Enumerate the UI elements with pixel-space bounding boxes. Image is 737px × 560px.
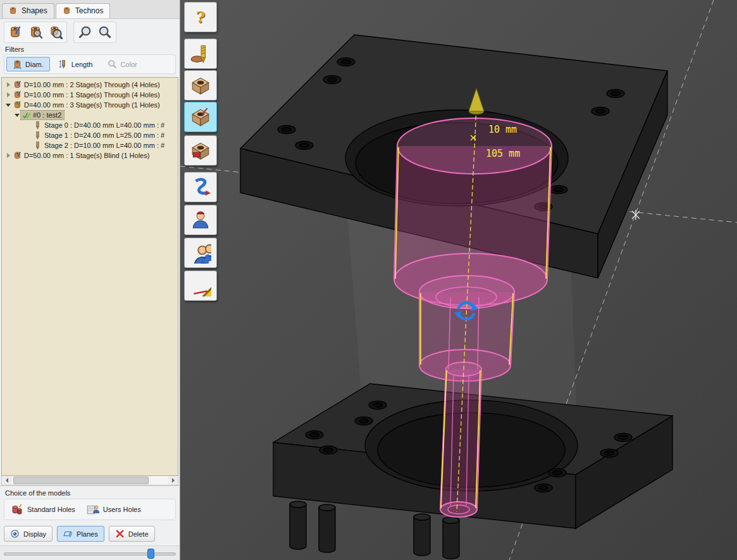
tab-technos[interactable]: Technos [56, 3, 111, 18]
hole-search-button[interactable] [26, 23, 45, 41]
delete-button[interactable]: Delete [109, 526, 155, 542]
stage-icon [33, 121, 42, 130]
scroll-right-arrow-icon[interactable] [168, 476, 178, 485]
tab-shapes-label: Shapes [22, 6, 47, 15]
stage-icon [33, 131, 42, 140]
tree-item-label: Stage 2 : D=10.00 mm L=40.00 mm : # [43, 142, 164, 149]
expander-icon[interactable] [4, 101, 12, 109]
user-icon [190, 209, 211, 231]
viewport-toolbar: ? [184, 0, 217, 301]
tree-item-label: Stage 0 : D=40.00 mm L=40.00 mm : # [43, 121, 164, 129]
expander-icon[interactable] [4, 81, 12, 88]
tree-item-label: D=10.00 mm : 2 Stage(s) Through (4 Holes… [23, 81, 160, 88]
question-icon: ? [196, 9, 206, 25]
stage-icon [33, 141, 42, 150]
filter-diameter-button[interactable]: Diam. [6, 57, 50, 71]
user-tool-button[interactable] [184, 205, 217, 235]
tree-item[interactable]: Stage 0 : D=40.00 mm L=40.00 mm : # [2, 120, 178, 130]
tree-item-label: Stage 1 : D=24.00 mm L=25.00 mm : # [43, 131, 164, 139]
toolbar-group-holes [4, 21, 67, 43]
curve-tool-button[interactable] [184, 172, 217, 202]
tree-item[interactable]: Stage 1 : D=24.00 mm L=25.00 mm : # [2, 130, 178, 140]
magnifier-hole-icon [49, 25, 63, 39]
tree-item[interactable]: Stage 2 : D=10.00 mm L=40.00 mm : # [2, 140, 178, 150]
models-section: Choice of the models Standard Holes User… [0, 485, 180, 523]
edit-tool-button[interactable] [184, 271, 217, 301]
standard-holes-label: Standard Holes [27, 506, 75, 513]
standard-holes-button[interactable]: Standard Holes [8, 501, 78, 518]
edit-pencil-icon [190, 275, 211, 296]
planes-label: Planes [77, 530, 98, 538]
expander-icon[interactable] [13, 111, 21, 119]
models-section-label: Choice of the models [5, 489, 176, 497]
machining-tool-button[interactable] [184, 135, 217, 166]
tree-item-label: D=50.00 mm : 1 Stage(s) Blind (1 Holes) [23, 152, 149, 159]
filter-buttons: Diam. Length Color [4, 54, 176, 74]
planes-button[interactable]: Planes [57, 526, 104, 542]
models-buttons: Standard Holes Users Holes [4, 499, 176, 520]
standard-holes-icon [11, 503, 23, 516]
filter-color-label: Color [120, 61, 137, 68]
check-icon [22, 111, 31, 119]
block-hole-tool-button[interactable] [184, 70, 217, 100]
tree-horizontal-scrollbar[interactable] [1, 476, 178, 485]
3d-scene[interactable]: 10 mm 105 mm [180, 0, 737, 560]
scrollbar-track[interactable] [11, 476, 168, 485]
users-holes-button[interactable]: Users Holes [84, 501, 144, 518]
display-label: Display [23, 530, 46, 538]
display-icon [10, 529, 20, 539]
planes-icon [63, 529, 73, 539]
expander-icon[interactable] [4, 152, 12, 159]
scroll-left-arrow-icon[interactable] [2, 476, 11, 485]
tree-item[interactable]: D=40.00 mm : 3 Stage(s) Through (1 Holes… [2, 100, 178, 110]
viewport-3d[interactable]: 10 mm 105 mm ? [180, 0, 737, 560]
users-settings-tool-button[interactable] [184, 238, 217, 268]
hole-inspect-button[interactable] [46, 23, 65, 41]
filter-length-button[interactable]: Length [53, 57, 99, 71]
length-icon [59, 59, 68, 69]
users-gear-icon [190, 242, 211, 264]
tree-item-selected[interactable]: #0 : test2 [2, 110, 178, 120]
block-hole-selected-icon [190, 106, 211, 128]
blue-swoosh-icon [190, 176, 211, 198]
block-hole-icon [190, 75, 211, 96]
hole-icon [13, 90, 22, 99]
slider-thumb[interactable] [147, 549, 154, 559]
dim-label-105mm: 105 mm [486, 148, 520, 159]
hole-select-button[interactable] [6, 23, 25, 41]
tree-item-label: #0 : test2 [32, 111, 61, 119]
hole-arrow-icon [8, 25, 22, 39]
technos-tab-icon [62, 6, 71, 15]
tab-technos-label: Technos [75, 6, 104, 15]
toolbar-group-zoom [73, 21, 116, 43]
display-button[interactable]: Display [4, 526, 53, 542]
transparency-slider[interactable] [0, 545, 180, 560]
filter-color-button[interactable]: Color [101, 57, 143, 71]
tree-item-label: D=40.00 mm : 3 Stage(s) Through (1 Holes… [23, 101, 160, 109]
tapping-tool-button[interactable] [184, 39, 217, 69]
tree-item[interactable]: D=10.00 mm : 1 Stage(s) Through (4 Holes… [2, 90, 178, 100]
filter-length-label: Length [71, 61, 93, 68]
delete-icon [115, 529, 125, 539]
tab-shapes[interactable]: Shapes [2, 3, 54, 18]
tree-item[interactable]: D=50.00 mm : 1 Stage(s) Blind (1 Holes) [2, 150, 178, 161]
shapes-tab-icon [8, 6, 18, 15]
magnifier-right-icon [98, 25, 112, 39]
help-tool-button[interactable]: ? [184, 2, 217, 32]
dim-label-10mm: 10 mm [488, 124, 517, 135]
hole-recognition-tool-button[interactable] [184, 102, 217, 132]
selected-row-highlight: #0 : test2 [21, 111, 64, 119]
holes-toolbar [0, 19, 180, 45]
filters-section: Filters Diam. Length Color [0, 45, 180, 77]
hole-icon [13, 100, 22, 109]
hole-icon [13, 80, 22, 89]
scrollbar-thumb[interactable] [13, 477, 149, 484]
panel-tabs: Shapes Technos [0, 0, 180, 19]
tree-item[interactable]: D=10.00 mm : 2 Stage(s) Through (4 Holes… [2, 80, 178, 90]
application-window: Shapes Technos [0, 0, 737, 560]
zoom-previous-button[interactable] [75, 23, 94, 41]
tree-item-label: D=10.00 mm : 1 Stage(s) Through (4 Holes… [23, 91, 160, 99]
expander-icon[interactable] [4, 91, 12, 99]
zoom-next-button[interactable] [96, 23, 115, 41]
diameter-icon [13, 59, 22, 69]
